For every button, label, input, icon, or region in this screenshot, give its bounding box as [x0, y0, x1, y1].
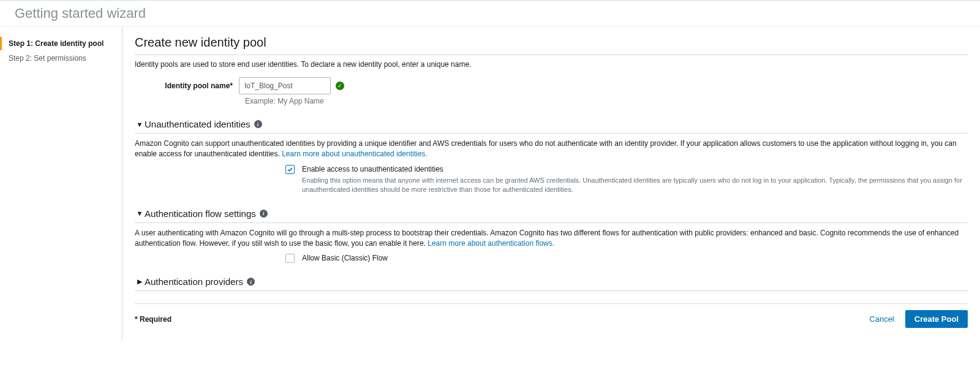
- section-header-authflow[interactable]: ▼ Authentication flow settings i: [135, 208, 968, 223]
- step-1-create-identity-pool[interactable]: Step 1: Create identity pool: [0, 37, 122, 50]
- enable-unauth-hint: Enabling this option means that anyone w…: [302, 176, 968, 195]
- cancel-button[interactable]: Cancel: [865, 314, 897, 324]
- action-buttons: Cancel Create Pool: [865, 310, 968, 328]
- footer-bar: * Required Cancel Create Pool: [135, 303, 968, 328]
- enable-unauth-row: Enable access to unauthenticated identit…: [285, 165, 968, 195]
- pool-name-example: Example: My App Name: [245, 97, 968, 105]
- section-desc-text: Amazon Cognito can support unauthenticat…: [135, 139, 957, 158]
- wizard-title: Getting started wizard: [15, 6, 965, 21]
- info-icon[interactable]: i: [247, 278, 255, 286]
- chevron-down-icon: ▼: [135, 121, 145, 128]
- step-sidebar: Step 1: Create identity pool Step 2: Set…: [0, 27, 123, 340]
- section-body-unauth: Amazon Cognito can support unauthenticat…: [135, 139, 968, 195]
- check-circle-icon: ✓: [336, 82, 344, 90]
- page-title: Create new identity pool: [135, 36, 968, 55]
- learn-more-unauth-link[interactable]: Learn more about unauthenticated identit…: [282, 150, 428, 158]
- step-2-set-permissions[interactable]: Step 2: Set permissions: [0, 51, 122, 65]
- section-header-providers[interactable]: ▶ Authentication providers i: [135, 276, 968, 291]
- allow-basic-flow-checkbox[interactable]: [285, 254, 295, 263]
- required-note: * Required: [135, 315, 172, 324]
- learn-more-authflow-link[interactable]: Learn more about authentication flows.: [428, 239, 554, 248]
- pool-name-label: Identity pool name*: [135, 82, 239, 90]
- allow-basic-flow-row: Allow Basic (Classic) Flow: [285, 254, 968, 263]
- section-desc-unauth: Amazon Cognito can support unauthenticat…: [135, 139, 968, 160]
- enable-unauth-label: Enable access to unauthenticated identit…: [302, 165, 968, 173]
- identity-pool-name-input[interactable]: [239, 77, 331, 94]
- pool-name-row: Identity pool name* ✓: [135, 77, 968, 94]
- layout: Step 1: Create identity pool Step 2: Set…: [0, 26, 980, 340]
- info-icon[interactable]: i: [254, 120, 262, 128]
- page-intro: Identity pools are used to store end use…: [135, 60, 968, 69]
- create-pool-button[interactable]: Create Pool: [905, 310, 968, 328]
- info-icon[interactable]: i: [260, 210, 268, 218]
- section-title-providers: Authentication providers: [145, 276, 243, 287]
- section-unauthenticated-identities: ▼ Unauthenticated identities i Amazon Co…: [135, 119, 968, 195]
- section-header-unauth[interactable]: ▼ Unauthenticated identities i: [135, 119, 968, 134]
- chevron-down-icon: ▼: [135, 210, 145, 217]
- enable-unauth-checkbox[interactable]: [285, 165, 295, 174]
- main-panel: Create new identity pool Identity pools …: [123, 27, 980, 340]
- section-title-authflow: Authentication flow settings: [145, 208, 256, 219]
- section-authentication-flow-settings: ▼ Authentication flow settings i A user …: [135, 208, 968, 264]
- wizard-header: Getting started wizard: [0, 0, 980, 26]
- section-authentication-providers: ▶ Authentication providers i: [135, 276, 968, 291]
- section-body-authflow: A user authenticating with Amazon Cognit…: [135, 228, 968, 264]
- section-desc-authflow: A user authenticating with Amazon Cognit…: [135, 228, 968, 249]
- section-title-unauth: Unauthenticated identities: [145, 119, 251, 129]
- chevron-right-icon: ▶: [135, 278, 145, 286]
- allow-basic-flow-label: Allow Basic (Classic) Flow: [302, 254, 388, 262]
